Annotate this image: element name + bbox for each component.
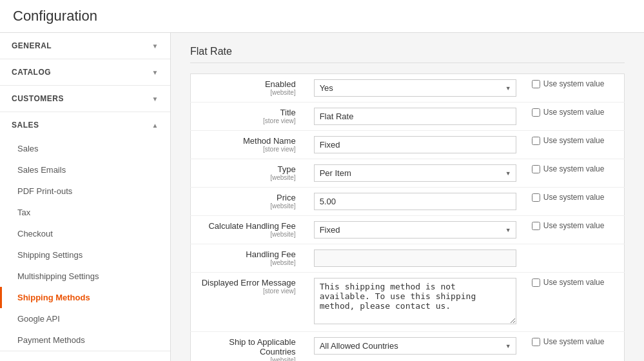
system-value-label-calculate-handling-fee[interactable]: Use system value <box>532 221 616 230</box>
sidebar-section-header-customers[interactable]: CUSTOMERS▼ <box>0 86 170 112</box>
label-cell-enabled: Enabled[website] <box>191 74 306 102</box>
select-ship-to-applicable-countries[interactable]: All Allowed CountriesSpecific Countries <box>314 337 516 355</box>
select-type[interactable]: Per ItemPer Order <box>314 164 516 182</box>
label-cell-ship-to-applicable-countries: Ship to Applicable Countries[website] <box>191 332 306 362</box>
sidebar-item-sales[interactable]: Sales <box>0 138 170 159</box>
sidebar-section-general: GENERAL▼ <box>0 33 170 59</box>
field-label-handling-fee: Handling Fee <box>199 249 296 259</box>
sidebar-section-label: CATALOG <box>12 68 51 77</box>
sidebar-item-shipping-settings[interactable]: Shipping Settings <box>0 244 170 266</box>
system-value-checkbox-ship-to-applicable-countries[interactable] <box>532 338 540 346</box>
main-content: Flat Rate Enabled[website]YesNoUse syste… <box>171 33 644 361</box>
input-cell-title <box>306 102 524 131</box>
config-row-displayed-error-message: Displayed Error Message[store view]This … <box>191 273 625 332</box>
sidebar-section-label: GENERAL <box>12 41 52 50</box>
field-label-displayed-error-message: Displayed Error Message <box>199 278 296 288</box>
field-label-enabled: Enabled <box>199 79 296 89</box>
system-value-checkbox-method-name[interactable] <box>532 137 540 145</box>
input-handling-fee[interactable] <box>314 249 516 267</box>
config-row-title: Title[store view]Use system value <box>191 102 625 131</box>
select-enabled[interactable]: YesNo <box>314 79 516 97</box>
sidebar-item-tax[interactable]: Tax <box>0 202 170 223</box>
system-value-text-type: Use system value <box>543 164 605 173</box>
system-value-checkbox-type[interactable] <box>532 165 540 173</box>
system-value-cell-title: Use system value <box>524 102 625 131</box>
system-value-label-title[interactable]: Use system value <box>532 108 616 117</box>
system-value-cell-displayed-error-message: Use system value <box>524 273 625 332</box>
system-value-text-title: Use system value <box>543 108 605 117</box>
field-label-calculate-handling-fee: Calculate Handling Fee <box>199 221 296 231</box>
system-value-checkbox-title[interactable] <box>532 108 540 117</box>
system-value-checkbox-calculate-handling-fee[interactable] <box>532 222 540 230</box>
input-cell-calculate-handling-fee: FixedPercent <box>306 216 524 244</box>
system-value-text-enabled: Use system value <box>543 79 605 88</box>
config-row-method-name: Method Name[store view]Use system value <box>191 131 625 159</box>
sidebar-item-sales-emails[interactable]: Sales Emails <box>0 159 170 180</box>
system-value-cell-ship-to-applicable-countries: Use system value <box>524 332 625 362</box>
system-value-label-type[interactable]: Use system value <box>532 164 616 173</box>
field-scope-ship-to-applicable-countries: [website] <box>199 356 296 361</box>
label-cell-displayed-error-message: Displayed Error Message[store view] <box>191 273 306 332</box>
chevron-icon: ▼ <box>152 43 159 50</box>
sidebar-section-customers: CUSTOMERS▼ <box>0 86 170 112</box>
textarea-displayed-error-message[interactable]: This shipping method is not available. T… <box>314 278 516 324</box>
system-value-label-price[interactable]: Use system value <box>532 193 616 202</box>
input-cell-type: Per ItemPer Order <box>306 159 524 188</box>
input-method-name[interactable] <box>314 136 516 153</box>
input-cell-price <box>306 188 524 216</box>
label-cell-handling-fee: Handling Fee[website] <box>191 244 306 273</box>
label-cell-price: Price[website] <box>191 188 306 216</box>
select-calculate-handling-fee[interactable]: FixedPercent <box>314 221 516 239</box>
system-value-checkbox-price[interactable] <box>532 193 540 202</box>
field-scope-title: [store view] <box>199 117 296 124</box>
sidebar-section-header-catalog[interactable]: CATALOG▼ <box>0 59 170 85</box>
field-scope-type: [website] <box>199 174 296 181</box>
config-row-handling-fee: Handling Fee[website] <box>191 244 625 273</box>
system-value-text-ship-to-applicable-countries: Use system value <box>543 337 605 346</box>
system-value-cell-type: Use system value <box>524 159 625 188</box>
config-row-type: Type[website]Per ItemPer OrderUse system… <box>191 159 625 188</box>
system-value-text-method-name: Use system value <box>543 136 605 145</box>
sidebar-items-sales: SalesSales EmailsPDF Print-outsTaxChecko… <box>0 138 170 351</box>
chevron-icon: ▲ <box>152 122 159 129</box>
sidebar-section-header-sales[interactable]: SALES▲ <box>0 112 170 138</box>
sidebar-item-google-api[interactable]: Google API <box>0 308 170 329</box>
system-value-text-displayed-error-message: Use system value <box>543 278 605 287</box>
page-header: Configuration <box>0 0 644 33</box>
system-value-text-price: Use system value <box>543 193 605 202</box>
system-value-label-ship-to-applicable-countries[interactable]: Use system value <box>532 337 616 346</box>
page-title: Configuration <box>13 8 97 24</box>
sidebar-item-pdf-print-outs[interactable]: PDF Print-outs <box>0 180 170 202</box>
system-value-cell-price: Use system value <box>524 188 625 216</box>
system-value-label-method-name[interactable]: Use system value <box>532 136 616 145</box>
sidebar-section-header-general[interactable]: GENERAL▼ <box>0 33 170 59</box>
sidebar-item-payment-methods[interactable]: Payment Methods <box>0 329 170 351</box>
input-cell-displayed-error-message: This shipping method is not available. T… <box>306 273 524 332</box>
field-scope-price: [website] <box>199 202 296 210</box>
field-label-price: Price <box>199 193 296 202</box>
input-cell-handling-fee <box>306 244 524 273</box>
select-wrapper-calculate-handling-fee: FixedPercent <box>314 221 516 239</box>
system-value-label-displayed-error-message[interactable]: Use system value <box>532 278 616 287</box>
field-label-method-name: Method Name <box>199 136 296 146</box>
input-cell-enabled: YesNo <box>306 74 524 102</box>
field-scope-calculate-handling-fee: [website] <box>199 231 296 238</box>
config-row-price: Price[website]Use system value <box>191 188 625 216</box>
select-wrapper-type: Per ItemPer Order <box>314 164 516 182</box>
sidebar-item-shipping-methods[interactable]: Shipping Methods <box>0 287 170 308</box>
input-cell-method-name <box>306 131 524 159</box>
field-scope-method-name: [store view] <box>199 146 296 153</box>
sidebar-item-checkout[interactable]: Checkout <box>0 223 170 244</box>
input-price[interactable] <box>314 193 516 210</box>
sidebar-section-catalog: CATALOG▼ <box>0 59 170 86</box>
sidebar-item-multishipping-settings[interactable]: Multishipping Settings <box>0 266 170 287</box>
sidebar-section-label: SALES <box>12 121 39 130</box>
field-label-ship-to-applicable-countries: Ship to Applicable Countries <box>199 337 296 356</box>
input-title[interactable] <box>314 108 516 125</box>
label-cell-title: Title[store view] <box>191 102 306 131</box>
system-value-label-enabled[interactable]: Use system value <box>532 79 616 88</box>
system-value-checkbox-displayed-error-message[interactable] <box>532 278 540 287</box>
system-value-checkbox-enabled[interactable] <box>532 80 540 88</box>
field-scope-enabled: [website] <box>199 89 296 96</box>
config-row-calculate-handling-fee: Calculate Handling Fee[website]FixedPerc… <box>191 216 625 244</box>
